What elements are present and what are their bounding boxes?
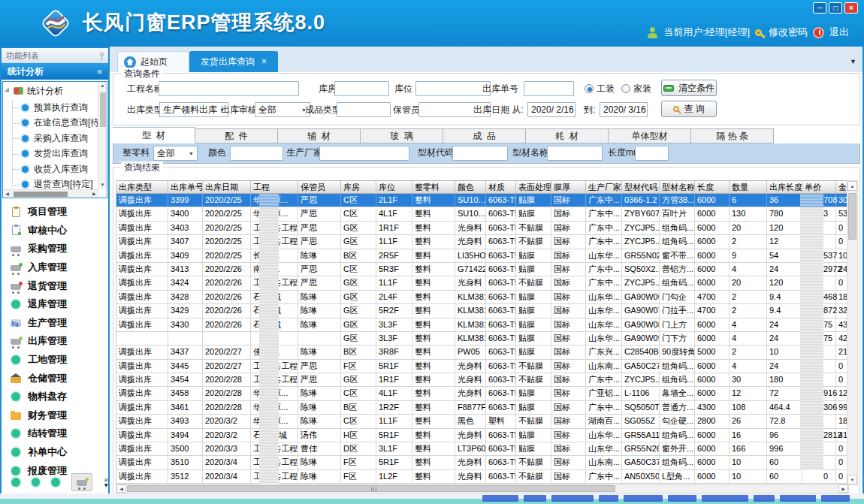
material-tab[interactable]: 单体型材 [609, 128, 691, 143]
menu-overflow-button[interactable]: »▾ [104, 477, 108, 487]
tree-item[interactable]: 预算执行查询 [3, 100, 107, 116]
tree-item[interactable]: 收货入库查询 [3, 161, 107, 177]
tab-shipping-outbound-query[interactable]: 发货出库查询 × [189, 51, 278, 72]
material-tab[interactable]: 型 材 [113, 127, 195, 143]
sidebar-menu-item[interactable]: 项目管理 [3, 203, 107, 222]
table-row[interactable]: 调拨出库34612020/2/28华 原...陈琳B区1R2F整料F8877FT… [116, 401, 850, 415]
table-row[interactable]: 调拨出库34372020/2/27佛 ...陈琳B区3R8F整料PW056063… [116, 346, 850, 359]
sidebar-menu-item[interactable]: 出库管理 [3, 332, 107, 351]
section-header[interactable]: 统计分析 « [2, 63, 108, 80]
column-header[interactable]: 生产厂家 [586, 181, 622, 193]
color-input[interactable] [230, 146, 283, 161]
project-name-input[interactable] [159, 81, 299, 96]
scroll-left-icon[interactable]: ◀ [116, 484, 126, 493]
search-button[interactable]: 查 询 [661, 101, 717, 117]
column-header[interactable]: 出库长度 [767, 181, 802, 193]
close-button[interactable] [844, 2, 858, 14]
table-row[interactable]: 调拨出库34132020/2/26南 ...严思C区5R3F整料G7142260… [116, 263, 850, 276]
radio-gongzhuang[interactable] [585, 84, 594, 93]
change-password-link[interactable]: 修改密码 [769, 26, 808, 39]
column-header[interactable]: 膜厚 [551, 181, 586, 193]
tree-item[interactable]: 采购入库查询 [3, 131, 107, 146]
column-header[interactable]: 数量 [730, 181, 767, 193]
scroll-down-icon[interactable]: ▼ [98, 181, 107, 189]
table-row[interactable]: 调拨出库34932020/3/2华 原...陈琳C区1L1F整料黑色塑料不贴膜国… [116, 415, 850, 428]
sidebar-menu-item[interactable]: 审核中心 [3, 222, 107, 240]
length-input[interactable] [635, 146, 669, 161]
outbound-type-select[interactable]: 生产领料出库▼ [159, 102, 228, 117]
location-input[interactable] [415, 81, 491, 96]
scroll-left-icon[interactable]: ◀ [3, 190, 11, 198]
sidebar-menu-item[interactable]: 物料盘存 [3, 388, 107, 406]
tree-item[interactable]: 在途信息查询[待 [3, 116, 107, 131]
collapse-icon[interactable]: « [97, 63, 102, 80]
table-row[interactable]: 调拨出库34092020/2/25长 ...陈琳B区2R5F整料LI35HO60… [116, 249, 850, 263]
column-header[interactable]: 型材名称 [660, 181, 695, 193]
date-from-picker[interactable]: 2020/ 2/16▼ [527, 102, 575, 117]
material-tab[interactable]: 玻 璃 [361, 128, 443, 143]
table-row[interactable]: 调拨出库34582020/2/28华 原...陈琳C区4L1F整料光身料6063… [116, 387, 850, 400]
material-tab[interactable]: 配 件 [195, 128, 278, 143]
scroll-up-icon[interactable]: ▲ [98, 82, 107, 90]
sidebar-menu-item[interactable]: 仓储管理 [3, 369, 107, 388]
sidebar-menu-item[interactable]: 退库管理 [3, 295, 107, 314]
quick-dot-button[interactable] [11, 478, 20, 487]
table-row[interactable]: 调拨出库34002020/2/25华 原...严思C区4L1F整料SU10...… [116, 207, 850, 221]
material-tab[interactable]: 成 品 [443, 128, 526, 143]
table-vertical-scrollbar[interactable]: ▲ ▼ [847, 180, 858, 485]
scroll-right-icon[interactable]: ▶ [838, 484, 848, 493]
expander-icon[interactable] [5, 87, 11, 94]
scrollbar-thumb[interactable] [127, 485, 615, 492]
material-tab[interactable]: 隔 热 条 [691, 128, 774, 143]
whole-piece-select[interactable]: 全部▼ [153, 146, 198, 161]
tree-item[interactable]: 发货出库查询 [3, 146, 107, 162]
table-row[interactable]: G区3L3F整料KLM38176063-T5贴膜国标山东华...GA90W09.… [116, 332, 850, 346]
minimize-button[interactable] [813, 2, 826, 14]
column-header[interactable]: 表面处理 [516, 181, 551, 193]
table-row[interactable]: 调拨出库34542020/2/28工 共工程严思G区1R1F整料光身料6063-… [116, 373, 850, 387]
table-row[interactable]: 调拨出库34452020/2/27工 共工程严思F区5R1F整料光身料6063-… [116, 360, 850, 373]
column-header[interactable]: 保管员 [298, 181, 341, 193]
outbound-audit-select[interactable]: 全部▼ [255, 102, 310, 117]
column-header[interactable]: 工程 [251, 181, 298, 193]
table-row[interactable]: 调拨出库34032020/2/25工 共工程严思G区1R1F整料光身料6063-… [116, 222, 850, 235]
maximize-button[interactable] [829, 2, 842, 14]
table-row[interactable]: 调拨出库35102020/3/4工 共工程陈琳F区5R1F整料光身料6063-T… [116, 456, 850, 469]
table-row[interactable]: 调拨出库34242020/2/26工 共工程严思G区1L1F整料光身料6063-… [116, 276, 850, 290]
manufacturer-input[interactable] [319, 146, 409, 161]
column-header[interactable]: 库房 [341, 181, 376, 193]
scrollbar-thumb[interactable] [100, 92, 106, 127]
profile-code-input[interactable] [452, 146, 508, 161]
quick-cart-button[interactable] [71, 473, 93, 491]
tree-horizontal-scrollbar[interactable]: ◀ ▶ [3, 189, 98, 198]
scrollbar-thumb[interactable] [848, 193, 856, 240]
table-row[interactable]: 调拨出库34072020/2/25工 共工程严思G区1L1F整料光身料6063-… [116, 235, 850, 249]
radio-jiazhuang[interactable] [621, 84, 630, 93]
scrollbar-thumb[interactable] [14, 192, 68, 197]
table-horizontal-scrollbar[interactable]: ◀ ▶ [116, 484, 849, 493]
logout-link[interactable]: 退出 [829, 26, 849, 39]
column-header[interactable]: 材质 [486, 181, 516, 193]
sidebar-menu-item[interactable]: 入库管理 [3, 258, 107, 277]
date-to-picker[interactable]: 2020/ 3/16▼ [600, 102, 648, 117]
sidebar-menu-item[interactable]: 结转管理 [3, 424, 107, 443]
table-row[interactable]: 调拨出库34302020/2/26石 城陈琳G区3L3F整料KLM3817606… [116, 318, 850, 332]
table-row[interactable]: 调拨出库34292020/2/26石 城陈琳G区5R2F整料KLM3817606… [116, 304, 850, 318]
warehouse-input[interactable] [334, 81, 389, 96]
profile-name-input[interactable] [547, 146, 603, 161]
column-header[interactable]: 型材代码 [622, 181, 660, 193]
table-row[interactable]: 调拨出库34942020/3/2石 辉城汤伟H区5R1F整料光身料6063-T5… [116, 429, 850, 442]
column-header[interactable]: 库位 [376, 181, 412, 193]
tab-overflow-arrow-icon[interactable]: ▼ [850, 58, 856, 65]
column-header[interactable]: 出库类型 [116, 181, 168, 193]
table-row[interactable]: 调拨出库34282020/2/26石 城陈琳G区2L4F整料KLM3817606… [116, 291, 850, 304]
sidebar-menu-item[interactable]: 退货管理 [3, 276, 107, 295]
column-header[interactable]: 出库单号 [168, 181, 203, 193]
column-header[interactable]: 颜色 [455, 181, 486, 193]
quick-dot-button[interactable] [32, 478, 41, 487]
material-tab[interactable]: 耗 材 [526, 128, 609, 143]
quick-dot-button[interactable] [51, 478, 60, 487]
table-row[interactable]: 调拨出库35002020/3/3工 共工程曹佳D区3L1F整料LT3P60606… [116, 442, 850, 456]
order-no-input[interactable] [524, 81, 574, 96]
scroll-right-icon[interactable]: ▶ [90, 190, 98, 198]
